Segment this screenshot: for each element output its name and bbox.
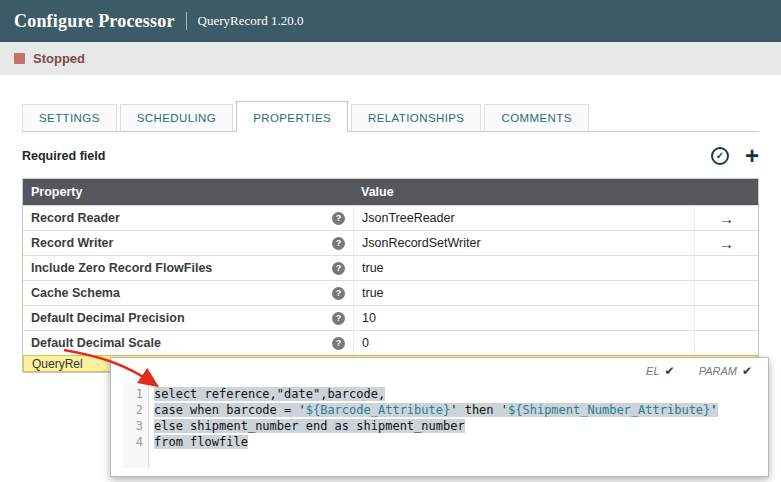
properties-toolbar: Required field ✓ + (22, 144, 759, 168)
tab-scheduling[interactable]: SCHEDULING (120, 104, 233, 131)
dialog-header: Configure Processor QueryRecord 1.20.0 (0, 0, 781, 42)
property-name: Include Zero Record FlowFiles (31, 261, 212, 275)
table-row[interactable]: Include Zero Record FlowFiles?true (23, 255, 758, 280)
column-header-value: Value (353, 185, 694, 199)
el-expression: ${Barcode_Attribute} (306, 403, 451, 417)
actions-cell (694, 256, 758, 280)
tab-settings[interactable]: SETTINGS (22, 104, 117, 131)
help-icon[interactable]: ? (332, 262, 345, 275)
code-editor[interactable]: 1234 select reference,"date",barcode,cas… (123, 384, 758, 468)
stopped-icon (14, 53, 25, 64)
properties-table: Property Value Record Reader?JsonTreeRea… (22, 178, 759, 373)
goto-service-icon[interactable]: → (719, 235, 734, 252)
property-name: Record Reader (31, 211, 120, 225)
help-icon[interactable]: ? (332, 287, 345, 300)
table-row[interactable]: Default Decimal Scale?0 (23, 330, 758, 355)
check-icon: ✔ (665, 365, 675, 377)
check-icon: ✓ (716, 151, 724, 161)
tab-comments[interactable]: COMMENTS (484, 104, 588, 131)
title-divider (186, 12, 187, 30)
property-name: QueryRel (32, 357, 83, 371)
column-header-property: Property (23, 185, 353, 199)
tab-properties[interactable]: PROPERTIES (236, 101, 348, 132)
table-row[interactable]: Cache Schema?true (23, 280, 758, 305)
property-cell: Cache Schema? (23, 281, 353, 305)
property-value[interactable]: true (353, 281, 694, 305)
check-icon: ✔ (742, 365, 752, 377)
code-line[interactable]: from flowfile (154, 434, 758, 450)
table-row[interactable]: Record Writer?JsonRecordSetWriter→ (23, 230, 758, 255)
code-line[interactable]: case when barcode = '${Barcode_Attribute… (154, 402, 758, 418)
selected-text: select reference,"date",barcode, (154, 387, 385, 401)
el-label: EL (646, 365, 659, 377)
processor-type-version: QueryRecord 1.20.0 (198, 13, 304, 29)
line-number: 4 (131, 434, 143, 450)
code-line[interactable]: else shipment_number end as shipment_num… (154, 418, 758, 434)
line-number: 1 (131, 386, 143, 402)
property-cell: Record Writer? (23, 231, 353, 255)
toolbar-icons: ✓ + (711, 144, 759, 168)
property-cell: Default Decimal Scale? (23, 331, 353, 355)
code-text: ' then ' (450, 403, 508, 417)
verify-properties-button[interactable]: ✓ (711, 147, 729, 165)
editor-header: EL ✔ PARAM ✔ (111, 358, 768, 384)
dialog-title: Configure Processor (14, 11, 175, 32)
property-name: Cache Schema (31, 286, 120, 300)
property-value[interactable]: JsonTreeReader (353, 206, 694, 230)
help-icon[interactable]: ? (332, 212, 345, 225)
property-cell: Record Reader? (23, 206, 353, 230)
selected-text: else shipment_number end as shipment_num… (154, 419, 465, 433)
table-row[interactable]: Record Reader?JsonTreeReader→ (23, 205, 758, 230)
table-row[interactable]: Default Decimal Precision?10 (23, 305, 758, 330)
actions-cell: → (694, 206, 758, 230)
properties-table-body: Record Reader?JsonTreeReader→Record Writ… (23, 205, 758, 355)
property-name: Default Decimal Precision (31, 311, 185, 325)
help-icon[interactable]: ? (332, 237, 345, 250)
property-value[interactable]: 0 (353, 331, 694, 355)
param-label: PARAM (699, 365, 737, 377)
property-name: Default Decimal Scale (31, 336, 161, 350)
property-value[interactable]: true (353, 256, 694, 280)
code-text: select reference,"date",barcode, (154, 387, 385, 401)
code-line[interactable]: select reference,"date",barcode, (154, 386, 758, 402)
selected-text: case when barcode = '${Barcode_Attribute… (154, 403, 718, 417)
required-field-label: Required field (22, 149, 105, 163)
property-value[interactable]: 10 (353, 306, 694, 330)
table-header-row: Property Value (23, 179, 758, 205)
property-cell: Include Zero Record FlowFiles? (23, 256, 353, 280)
code-text: case when barcode = ' (154, 403, 306, 417)
property-value[interactable]: JsonRecordSetWriter (353, 231, 694, 255)
help-icon[interactable]: ? (332, 337, 345, 350)
code-text: ' (710, 403, 717, 417)
el-supported-badge: EL ✔ (646, 365, 675, 377)
param-supported-badge: PARAM ✔ (699, 365, 752, 377)
status-label: Stopped (33, 51, 85, 66)
goto-service-icon[interactable]: → (719, 210, 734, 227)
status-bar: Stopped (0, 42, 781, 75)
tab-relationships[interactable]: RELATIONSHIPS (351, 104, 481, 131)
code-text: else shipment_number end as shipment_num… (154, 419, 465, 433)
line-number: 2 (131, 402, 143, 418)
property-cell: Default Decimal Precision? (23, 306, 353, 330)
tab-bar: SETTINGSSCHEDULINGPROPERTIESRELATIONSHIP… (22, 101, 759, 132)
code-lines[interactable]: select reference,"date",barcode,case whe… (149, 384, 758, 468)
line-number-gutter: 1234 (123, 384, 149, 468)
actions-cell: → (694, 231, 758, 255)
el-expression: ${Shipment_Number_Attribute} (508, 403, 710, 417)
property-name: Record Writer (31, 236, 113, 250)
code-text: from flowfile (154, 435, 248, 449)
actions-cell (694, 306, 758, 330)
value-editor-popup[interactable]: EL ✔ PARAM ✔ 1234 select reference,"date… (110, 357, 769, 477)
add-property-button[interactable]: + (745, 144, 759, 168)
actions-cell (694, 331, 758, 355)
selected-text: from flowfile (154, 435, 248, 449)
line-number: 3 (131, 418, 143, 434)
help-icon[interactable]: ? (332, 312, 345, 325)
actions-cell (694, 281, 758, 305)
